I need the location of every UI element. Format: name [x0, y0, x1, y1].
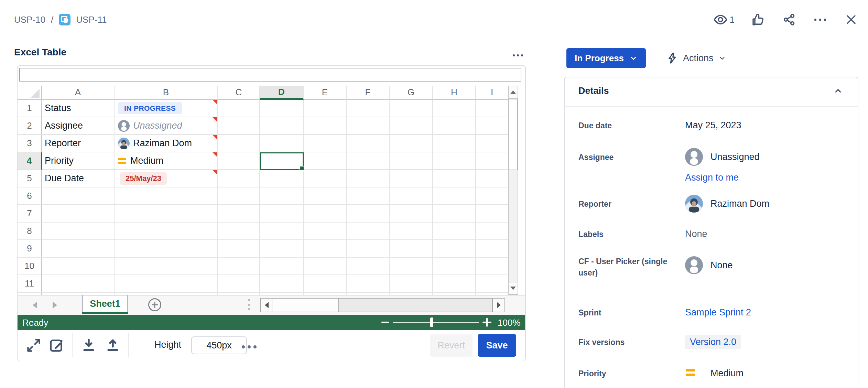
- scroll-right-icon[interactable]: [492, 299, 504, 312]
- height-input[interactable]: [191, 336, 247, 354]
- share-icon[interactable]: [782, 12, 796, 27]
- cell[interactable]: [433, 187, 476, 205]
- cell[interactable]: [390, 240, 433, 258]
- cell[interactable]: [304, 100, 347, 117]
- cell[interactable]: [347, 135, 390, 152]
- cell[interactable]: [260, 258, 304, 275]
- next-sheet-icon[interactable]: [53, 302, 57, 309]
- cell-b4[interactable]: Medium: [115, 152, 218, 170]
- cell[interactable]: [390, 187, 433, 205]
- cell[interactable]: [260, 135, 304, 152]
- cell[interactable]: [218, 187, 260, 205]
- cell[interactable]: [115, 258, 218, 275]
- field-value-reporter[interactable]: Raziman Dom: [710, 198, 769, 209]
- prev-sheet-icon[interactable]: [33, 302, 37, 309]
- cell[interactable]: [260, 205, 304, 223]
- row-header[interactable]: 7: [18, 205, 42, 223]
- row-header[interactable]: 5: [18, 170, 42, 187]
- cell[interactable]: [304, 205, 347, 223]
- field-value-due-date[interactable]: May 25, 2023: [685, 120, 741, 131]
- cell[interactable]: [476, 205, 508, 223]
- row-header[interactable]: 10: [18, 258, 42, 275]
- row-header[interactable]: 1: [18, 100, 42, 117]
- zoom-slider-track[interactable]: [393, 322, 479, 323]
- cell[interactable]: [347, 187, 390, 205]
- cell[interactable]: [347, 205, 390, 223]
- row-header[interactable]: 2: [18, 117, 42, 135]
- breadcrumb-parent-link[interactable]: USP-10: [14, 14, 45, 25]
- cell[interactable]: [347, 152, 390, 170]
- cell[interactable]: [260, 240, 304, 258]
- row-header[interactable]: 9: [18, 240, 42, 258]
- cell[interactable]: [476, 187, 508, 205]
- tabstrip-drag-handle[interactable]: [248, 299, 250, 313]
- cell[interactable]: [304, 152, 347, 170]
- cell[interactable]: [42, 258, 115, 275]
- cell[interactable]: [304, 187, 347, 205]
- scroll-left-icon[interactable]: [261, 299, 273, 312]
- cell[interactable]: [218, 117, 260, 135]
- close-icon[interactable]: [844, 12, 858, 27]
- cell[interactable]: [390, 258, 433, 275]
- cell[interactable]: [390, 223, 433, 240]
- cell[interactable]: [390, 117, 433, 135]
- add-sheet-icon[interactable]: [148, 298, 161, 311]
- cell[interactable]: [115, 223, 218, 240]
- cell[interactable]: [115, 205, 218, 223]
- column-header[interactable]: I: [476, 86, 508, 100]
- cell[interactable]: [476, 100, 508, 117]
- cell-b3[interactable]: Raziman Dom: [115, 135, 218, 152]
- cell[interactable]: [433, 170, 476, 187]
- cell[interactable]: [476, 117, 508, 135]
- cell[interactable]: [260, 275, 304, 293]
- cell[interactable]: [476, 240, 508, 258]
- cell[interactable]: [304, 275, 347, 293]
- horizontal-scrollbar-thumb[interactable]: [272, 298, 339, 312]
- upload-icon[interactable]: [104, 337, 121, 354]
- cell[interactable]: [42, 205, 115, 223]
- zoom-out-icon[interactable]: [381, 322, 389, 323]
- cell[interactable]: [347, 100, 390, 117]
- field-value-cf-user-picker[interactable]: None: [710, 260, 733, 271]
- select-all-corner[interactable]: [18, 86, 42, 100]
- breadcrumb-current-link[interactable]: USP-11: [76, 14, 107, 25]
- horizontal-scrollbar[interactable]: [260, 298, 505, 312]
- sprint-link[interactable]: Sample Sprint 2: [685, 307, 751, 318]
- cell[interactable]: [218, 152, 260, 170]
- column-header[interactable]: A: [42, 86, 115, 100]
- cell[interactable]: [260, 187, 304, 205]
- assign-to-me-link[interactable]: Assign to me: [685, 172, 739, 183]
- cell[interactable]: [390, 275, 433, 293]
- cell[interactable]: [476, 275, 508, 293]
- cell[interactable]: [218, 258, 260, 275]
- cell[interactable]: [347, 258, 390, 275]
- cell-b2[interactable]: Unassigned: [115, 117, 218, 135]
- cell[interactable]: [260, 223, 304, 240]
- cell[interactable]: [304, 223, 347, 240]
- cell[interactable]: [476, 152, 508, 170]
- more-actions-icon[interactable]: [813, 12, 827, 27]
- cell[interactable]: [433, 258, 476, 275]
- cell[interactable]: [115, 187, 218, 205]
- cell[interactable]: [390, 100, 433, 117]
- cell[interactable]: [42, 223, 115, 240]
- cell[interactable]: [347, 240, 390, 258]
- cell[interactable]: [433, 152, 476, 170]
- actions-button[interactable]: Actions: [666, 48, 726, 68]
- row-header[interactable]: 3: [18, 135, 42, 152]
- like-icon[interactable]: [751, 12, 766, 27]
- toolbar-more-icon[interactable]: [240, 344, 258, 350]
- field-value-priority[interactable]: Medium: [710, 368, 744, 379]
- cell[interactable]: [476, 223, 508, 240]
- column-header[interactable]: D: [260, 86, 304, 100]
- cell[interactable]: [115, 240, 218, 258]
- cell[interactable]: [347, 117, 390, 135]
- cell[interactable]: [218, 275, 260, 293]
- cell[interactable]: [304, 135, 347, 152]
- cell[interactable]: [218, 100, 260, 117]
- row-header[interactable]: 11: [18, 275, 42, 293]
- sheet-tab[interactable]: Sheet1: [82, 295, 128, 312]
- row-header[interactable]: 6: [18, 187, 42, 205]
- cell[interactable]: [304, 170, 347, 187]
- cell-a2[interactable]: Assignee: [42, 117, 115, 135]
